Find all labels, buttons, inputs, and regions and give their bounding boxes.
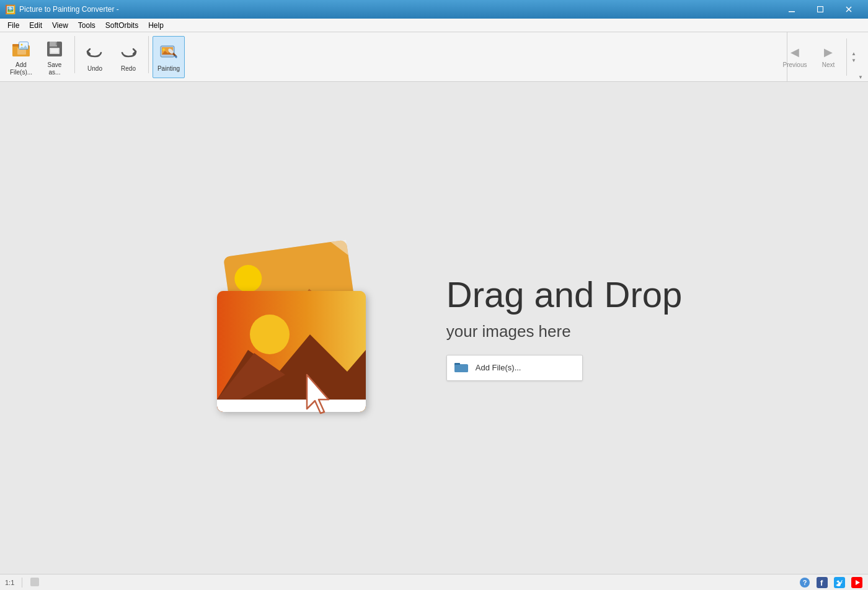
add-files-main-button[interactable]: Add File(s)...	[446, 355, 583, 381]
drag-drop-subtitle: your images here	[446, 322, 682, 341]
scroll-indicator: ▲ ▼	[849, 36, 858, 78]
painting-button[interactable]: Painting	[153, 36, 185, 78]
menu-softorbits[interactable]: SoftOrbits	[100, 19, 143, 32]
svg-rect-39	[30, 578, 39, 586]
illustration-svg	[186, 217, 409, 440]
youtube-icon[interactable]	[851, 576, 863, 589]
main-area[interactable]: Drag and Drop your images here Add File(…	[0, 82, 868, 574]
svg-rect-13	[51, 49, 58, 53]
svg-rect-1	[818, 7, 823, 12]
save-as-button[interactable]: Saveas...	[38, 36, 71, 78]
svg-text:?: ?	[803, 579, 807, 586]
toolbar: AddFile(s)... Saveas...	[0, 32, 868, 82]
svg-point-34	[250, 315, 290, 354]
maximize-button[interactable]	[806, 0, 835, 19]
undo-button[interactable]: Undo	[79, 36, 111, 78]
close-button[interactable]	[835, 0, 863, 19]
svg-rect-5	[12, 44, 20, 47]
title-controls	[777, 0, 863, 19]
folder-icon	[454, 360, 469, 375]
twitter-icon[interactable]	[833, 576, 846, 589]
undo-icon	[85, 43, 105, 63]
add-files-icon	[11, 39, 31, 59]
menu-edit[interactable]: Edit	[24, 19, 47, 32]
svg-rect-35	[217, 400, 366, 413]
painting-icon	[159, 43, 179, 63]
drag-drop-title: Drag and Drop	[446, 275, 682, 315]
menu-view[interactable]: View	[47, 19, 73, 32]
svg-text:f: f	[820, 578, 823, 588]
save-icon	[45, 39, 64, 59]
painting-label: Painting	[157, 65, 180, 73]
minimize-button[interactable]	[777, 0, 806, 19]
svg-rect-38	[454, 365, 468, 372]
drop-zone-content: Drag and Drop your images here Add File(…	[186, 217, 682, 440]
drop-zone-text: Drag and Drop your images here Add File(…	[446, 275, 682, 381]
svg-point-9	[21, 43, 23, 45]
redo-label: Redo	[121, 65, 136, 73]
zoom-level: 1:1	[5, 579, 14, 586]
toolbar-expand-arrow[interactable]: ▼	[858, 74, 863, 80]
menu-bar: File Edit View Tools SoftOrbits Help	[0, 19, 868, 32]
toolbar-sep-2	[148, 36, 149, 73]
status-bar: 1:1 ? f	[0, 574, 868, 590]
help-icon[interactable]: ?	[799, 576, 811, 589]
add-files-button[interactable]: AddFile(s)...	[5, 36, 37, 78]
status-sep-icon	[30, 577, 40, 588]
next-arrow-icon: ▶	[824, 45, 833, 59]
add-files-btn-label: Add File(s)...	[476, 363, 521, 372]
svg-point-19	[162, 48, 165, 51]
menu-file[interactable]: File	[2, 19, 24, 32]
app-icon: 🖼️	[5, 4, 16, 14]
next-button[interactable]: ▶ Next	[813, 36, 844, 78]
menu-tools[interactable]: Tools	[73, 19, 100, 32]
toolbar-group-main: AddFile(s)... Saveas...	[5, 36, 185, 78]
redo-icon	[118, 43, 138, 63]
next-label: Next	[822, 61, 835, 68]
toolbar-nav: ◀ Previous ▶ Next ▲ ▼	[779, 32, 858, 81]
title-text: Picture to Painting Converter -	[19, 5, 119, 14]
previous-label: Previous	[783, 61, 807, 68]
title-bar: 🖼️ Picture to Painting Converter -	[0, 0, 868, 19]
undo-label: Undo	[87, 65, 102, 73]
previous-button[interactable]: ◀ Previous	[779, 36, 810, 78]
previous-arrow-icon: ◀	[790, 45, 799, 59]
facebook-icon[interactable]: f	[816, 576, 828, 589]
svg-rect-14	[56, 42, 57, 45]
redo-button[interactable]: Redo	[112, 36, 144, 78]
menu-help[interactable]: Help	[143, 19, 169, 32]
svg-rect-0	[789, 11, 795, 12]
drop-zone-illustration	[186, 217, 409, 440]
status-sep-1	[22, 578, 22, 588]
add-files-label: AddFile(s)...	[10, 61, 32, 76]
save-as-label: Saveas...	[48, 61, 62, 76]
status-icons: ? f	[799, 576, 863, 589]
toolbar-sep-1	[74, 36, 75, 73]
